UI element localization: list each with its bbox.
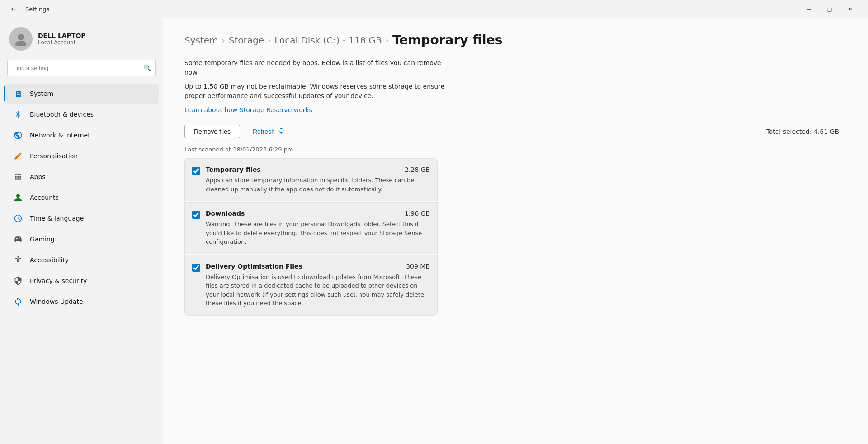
downloads-name: Downloads — [206, 210, 245, 217]
gaming-icon — [13, 234, 24, 245]
breadcrumb-system[interactable]: System — [184, 35, 218, 46]
sidebar-item-personalisation[interactable]: Personalisation — [4, 146, 159, 166]
sidebar-item-network[interactable]: Network & internet — [4, 125, 159, 145]
downloads-info: Downloads 1.96 GB Warning: These are fil… — [206, 210, 430, 246]
user-info: DELL LAPTOP Local Account — [38, 32, 86, 46]
downloads-header: Downloads 1.96 GB — [206, 210, 430, 217]
maximize-button[interactable]: □ — [819, 2, 840, 16]
minimize-button[interactable]: — — [798, 2, 819, 16]
search-icon: 🔍 — [143, 64, 151, 71]
breadcrumb-disk[interactable]: Local Disk (C:) - 118 GB — [274, 35, 382, 46]
temp-files-header: Temporary files 2.28 GB — [206, 166, 430, 173]
sidebar-item-label: Privacy & security — [30, 277, 87, 284]
file-item-temp: Temporary files 2.28 GB Apps can store t… — [184, 158, 438, 201]
system-icon: 🖥 — [13, 88, 24, 99]
temp-files-desc: Apps can store temporary information in … — [206, 176, 430, 194]
accessibility-icon — [13, 255, 24, 265]
refresh-label: Refresh — [253, 128, 275, 135]
search-box: 🔍 — [7, 60, 156, 76]
sidebar-item-time[interactable]: Time & language — [4, 208, 159, 228]
sidebar-item-label: Accessibility — [30, 256, 69, 264]
last-scanned: Last scanned at 18/01/2023 6:29 pm — [184, 146, 846, 153]
sidebar-item-label: Personalisation — [30, 152, 78, 160]
svg-point-2 — [17, 256, 19, 258]
delivery-opt-desc: Delivery Optimisation is used to downloa… — [206, 273, 430, 308]
sidebar-item-label: System — [30, 90, 53, 97]
update-icon — [13, 296, 24, 307]
user-section: DELL LAPTOP Local Account — [0, 22, 163, 60]
privacy-icon — [13, 275, 24, 286]
bluetooth-icon — [13, 109, 24, 120]
refresh-icon — [278, 127, 285, 136]
delivery-opt-info: Delivery Optimisation Files 309 MB Deliv… — [206, 263, 430, 308]
app-body: DELL LAPTOP Local Account 🔍 🖥 System Blu… — [0, 18, 868, 444]
downloads-size: 1.96 GB — [405, 210, 430, 217]
app-title: Settings — [25, 6, 49, 13]
user-name: DELL LAPTOP — [38, 32, 86, 39]
temp-files-size: 2.28 GB — [405, 166, 430, 173]
apps-icon — [13, 171, 24, 182]
sidebar-item-label: Windows Update — [30, 298, 83, 305]
breadcrumb-sep-3: › — [386, 35, 389, 45]
sidebar-item-accounts[interactable]: Accounts — [4, 188, 159, 208]
sidebar-item-system[interactable]: 🖥 System — [4, 84, 159, 104]
sidebar-item-label: Time & language — [30, 215, 84, 222]
breadcrumb: System › Storage › Local Disk (C:) - 118… — [184, 33, 846, 47]
close-button[interactable]: ✕ — [840, 2, 861, 16]
search-input[interactable] — [7, 60, 156, 76]
sidebar-item-privacy[interactable]: Privacy & security — [4, 271, 159, 291]
sidebar-item-gaming[interactable]: Gaming — [4, 229, 159, 249]
delivery-opt-name: Delivery Optimisation Files — [206, 263, 302, 270]
temp-files-info: Temporary files 2.28 GB Apps can store t… — [206, 166, 430, 194]
downloads-desc: Warning: These are files in your persona… — [206, 220, 430, 246]
avatar — [9, 27, 33, 51]
action-bar: Remove files Refresh Total selected: 4.6… — [184, 124, 846, 139]
sidebar-item-accessibility[interactable]: Accessibility — [4, 250, 159, 270]
time-icon — [13, 213, 24, 224]
user-type: Local Account — [38, 39, 86, 46]
delivery-opt-size: 309 MB — [406, 263, 430, 270]
page-title: Temporary files — [392, 33, 502, 47]
breadcrumb-sep-1: › — [222, 35, 225, 45]
sidebar: DELL LAPTOP Local Account 🔍 🖥 System Blu… — [0, 18, 163, 444]
window-controls: — □ ✕ — [798, 2, 861, 16]
content-area: System › Storage › Local Disk (C:) - 118… — [163, 18, 868, 444]
temp-files-checkbox[interactable] — [192, 167, 200, 175]
description-2: Up to 1.50 GB may not be reclaimable. Wi… — [184, 82, 456, 101]
svg-point-0 — [18, 34, 24, 40]
svg-point-1 — [15, 41, 26, 46]
sidebar-item-update[interactable]: Windows Update — [4, 292, 159, 312]
delivery-opt-checkbox[interactable] — [192, 264, 200, 272]
delivery-opt-header: Delivery Optimisation Files 309 MB — [206, 263, 430, 270]
file-list: Temporary files 2.28 GB Apps can store t… — [184, 158, 438, 316]
accounts-icon — [13, 192, 24, 203]
sidebar-item-label: Gaming — [30, 236, 55, 243]
downloads-checkbox[interactable] — [192, 211, 200, 219]
back-button[interactable]: ← — [7, 3, 20, 15]
refresh-button[interactable]: Refresh — [245, 124, 292, 139]
total-selected: Total selected: 4.61 GB — [766, 128, 840, 135]
learn-link[interactable]: Learn about how Storage Reserve works — [184, 106, 312, 113]
temp-files-name: Temporary files — [206, 166, 261, 173]
sidebar-item-bluetooth[interactable]: Bluetooth & devices — [4, 104, 159, 124]
sidebar-item-label: Bluetooth & devices — [30, 111, 94, 118]
network-icon — [13, 130, 24, 141]
sidebar-item-label: Accounts — [30, 194, 59, 201]
breadcrumb-storage[interactable]: Storage — [229, 35, 264, 46]
file-item-delivery: Delivery Optimisation Files 309 MB Deliv… — [184, 255, 438, 316]
sidebar-item-label: Apps — [30, 173, 46, 180]
remove-files-button[interactable]: Remove files — [184, 125, 240, 138]
personalisation-icon — [13, 151, 24, 161]
breadcrumb-sep-2: › — [268, 35, 271, 45]
sidebar-item-apps[interactable]: Apps — [4, 167, 159, 187]
file-item-downloads: Downloads 1.96 GB Warning: These are fil… — [184, 202, 438, 254]
description-1: Some temporary files are needed by apps.… — [184, 58, 456, 77]
sidebar-item-label: Network & internet — [30, 132, 90, 139]
title-bar: ← Settings — □ ✕ — [0, 0, 868, 18]
